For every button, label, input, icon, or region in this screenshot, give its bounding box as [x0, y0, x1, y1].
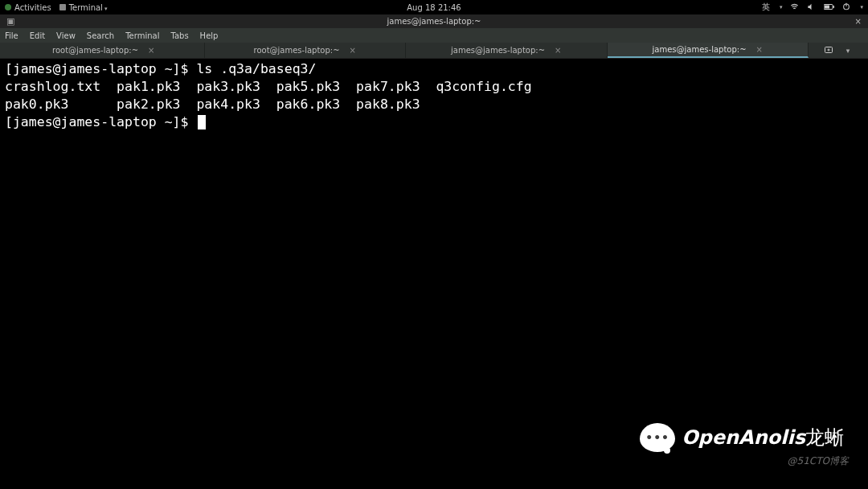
tabstrip: root@james-laptop:~ × root@james-laptop:… [0, 43, 868, 59]
tab-close-icon[interactable]: × [756, 45, 763, 54]
active-app-indicator[interactable]: Terminal▾ [59, 3, 108, 12]
terminal-tab[interactable]: root@james-laptop:~ × [205, 43, 407, 58]
terminal-app-icon [59, 4, 66, 10]
svg-rect-1 [833, 6, 835, 8]
battery-icon[interactable] [824, 3, 834, 12]
titlebar-app-icon: ▣ [6, 16, 14, 27]
activities-button[interactable]: Activities [5, 3, 51, 12]
window-close-button[interactable]: × [855, 17, 862, 26]
cursor [198, 115, 206, 129]
tab-label: james@james-laptop:~ [653, 45, 747, 54]
gnome-logo-icon [5, 4, 11, 10]
ime-indicator[interactable]: 英 [762, 2, 770, 13]
power-icon[interactable] [842, 2, 850, 12]
terminal-line: [james@james-laptop ~]$ [5, 113, 863, 131]
watermark-source: @51CTO博客 [788, 454, 849, 468]
command-text: ls .q3a/baseq3/ [196, 61, 316, 76]
tab-close-icon[interactable]: × [148, 46, 154, 55]
terminal-tab-active[interactable]: james@james-laptop:~ × [608, 43, 809, 58]
tab-label: james@james-laptop:~ [451, 46, 545, 55]
terminal-tab[interactable]: root@james-laptop:~ × [3, 43, 205, 58]
prompt: [james@james-laptop ~]$ [5, 61, 196, 76]
tabs-menu-button[interactable]: ▾ [845, 46, 850, 55]
svg-rect-2 [825, 5, 829, 8]
terminal-line: crashlog.txt pak1.pk3 pak3.pk3 pak5.pk3 … [5, 78, 863, 96]
window-title-text: james@james-laptop:~ [0, 17, 868, 26]
terminal-line: [james@james-laptop ~]$ ls .q3a/baseq3/ [5, 60, 863, 78]
active-app-label: Terminal [69, 3, 103, 12]
watermark-brand-en: OpenAnolis [682, 426, 805, 449]
chevron-down-icon: ▾ [780, 4, 783, 10]
watermark-brand: ••• OpenAnolis龙蜥 [640, 423, 844, 452]
tab-label: root@james-laptop:~ [254, 46, 340, 55]
menu-tabs[interactable]: Tabs [170, 31, 188, 40]
terminal-tab[interactable]: james@james-laptop:~ × [406, 43, 608, 58]
new-tab-button[interactable] [824, 45, 833, 56]
tab-close-icon[interactable]: × [555, 46, 561, 55]
panel-clock[interactable]: Aug 18 21:46 [407, 3, 461, 12]
chat-bubble-icon: ••• [640, 423, 675, 452]
activities-label: Activities [14, 3, 51, 12]
menubar: File Edit View Search Terminal Tabs Help [0, 28, 868, 43]
chevron-down-icon: ▾ [104, 6, 108, 12]
menu-terminal[interactable]: Terminal [125, 31, 159, 40]
volume-icon[interactable] [807, 2, 816, 13]
menu-help[interactable]: Help [200, 31, 219, 40]
chevron-down-icon: ▾ [846, 47, 850, 55]
watermark-brand-cn: 龙蜥 [805, 426, 844, 449]
window-titlebar: ▣ james@james-laptop:~ × [0, 14, 868, 28]
tab-close-icon[interactable]: × [350, 46, 356, 55]
gnome-top-panel: Activities Terminal▾ Aug 18 21:46 英 ▾ [0, 0, 868, 14]
network-icon[interactable] [790, 2, 799, 13]
prompt: [james@james-laptop ~]$ [5, 114, 196, 129]
terminal-line: pak0.pk3 pak2.pk3 pak4.pk3 pak6.pk3 pak8… [5, 96, 863, 113]
tab-label: root@james-laptop:~ [52, 46, 138, 55]
menu-file[interactable]: File [5, 31, 18, 40]
menu-edit[interactable]: Edit [30, 31, 45, 40]
menu-view[interactable]: View [56, 31, 76, 40]
chevron-down-icon: ▾ [860, 4, 863, 10]
menu-search[interactable]: Search [87, 31, 114, 40]
